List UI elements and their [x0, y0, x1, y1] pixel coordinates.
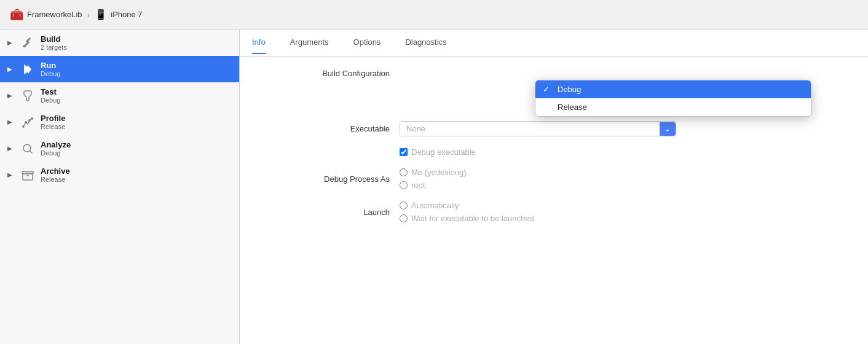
analyze-subtitle: Debug [41, 149, 71, 157]
sidebar-item-test[interactable]: ▶ Test Debug [0, 82, 239, 109]
profile-subtitle: Release [41, 123, 65, 130]
expand-arrow-test: ▶ [7, 92, 15, 99]
tab-options[interactable]: Options [353, 31, 381, 54]
analyze-icon [21, 142, 34, 155]
debug-option-label: Debug [558, 85, 581, 94]
expand-arrow-archive: ▶ [7, 171, 15, 178]
project-name: FrameworkeLib [27, 10, 82, 19]
archive-subtitle: Release [41, 176, 70, 183]
build-item-text: Build 2 targets [41, 34, 67, 51]
build-configuration-dropdown[interactable]: ✓ Debug Release [535, 80, 811, 117]
debug-executable-row: Debug executable [264, 147, 843, 157]
profile-icon [21, 115, 34, 129]
svg-point-10 [31, 117, 33, 120]
profile-item-text: Profile Release [41, 114, 65, 130]
debug-executable-label: Debug executable [411, 147, 476, 157]
build-title: Build [41, 34, 67, 44]
debug-executable-checkbox[interactable] [400, 148, 408, 156]
run-title: Run [41, 61, 60, 70]
debug-process-root-row: root [400, 181, 843, 190]
build-icon [21, 36, 34, 50]
svg-point-8 [25, 121, 27, 123]
svg-point-7 [22, 125, 25, 128]
sidebar-item-analyze[interactable]: ▶ Analyze Debug [0, 135, 239, 162]
breadcrumb-bar: 🧰 FrameworkeLib › 📱 iPhone 7 [0, 0, 868, 29]
launch-auto-label: Automatically [411, 201, 459, 210]
sidebar: ▶ Build 2 targets ▶ Run [0, 29, 240, 344]
analyze-title: Analyze [41, 140, 71, 149]
debug-process-control: Me (yedexiong) root [400, 168, 843, 190]
executable-value: None [400, 122, 660, 136]
executable-control: None ⌄ [400, 121, 843, 136]
expand-arrow-profile: ▶ [7, 119, 15, 125]
debug-process-me-row: Me (yedexiong) [400, 168, 843, 177]
archive-item-text: Archive Release [41, 166, 70, 183]
debug-process-root-radio[interactable] [400, 181, 408, 189]
tabs-bar: Info Arguments Options Diagnostics [240, 29, 868, 57]
device-icon: 📱 [95, 9, 107, 20]
launch-wait-row: Wait for executable to be launched [400, 214, 843, 223]
debug-executable-control: Debug executable [400, 147, 843, 157]
svg-rect-0 [23, 45, 26, 47]
test-item-text: Test Debug [41, 87, 60, 104]
device-name: iPhone 7 [111, 10, 142, 19]
breadcrumb-separator: › [87, 10, 90, 20]
expand-arrow-analyze: ▶ [7, 145, 15, 152]
launch-label: Launch [264, 208, 400, 217]
debug-process-radio-group: Me (yedexiong) root [400, 168, 843, 190]
executable-chevron-button[interactable]: ⌄ [660, 122, 676, 136]
sidebar-item-profile[interactable]: ▶ Profile Release [0, 109, 239, 135]
build-configuration-row: Build Configuration ✓ Debug Release [264, 69, 843, 78]
analyze-item-text: Analyze Debug [41, 140, 71, 157]
expand-arrow-run: ▶ [7, 66, 15, 72]
run-icon [21, 63, 34, 76]
main-layout: ▶ Build 2 targets ▶ Run [0, 29, 868, 344]
test-subtitle: Debug [41, 96, 60, 104]
debug-process-root-label: root [411, 181, 425, 190]
test-title: Test [41, 87, 60, 96]
archive-title: Archive [41, 166, 70, 176]
dropdown-item-debug[interactable]: ✓ Debug [535, 80, 811, 98]
debug-process-label: Debug Process As [264, 174, 400, 184]
debug-executable-checkbox-row: Debug executable [400, 147, 843, 157]
debug-process-row: Debug Process As Me (yedexiong) root [264, 168, 843, 190]
tab-arguments[interactable]: Arguments [290, 31, 329, 54]
executable-label: Executable [264, 124, 400, 133]
executable-select-wrapper: None ⌄ [400, 121, 676, 136]
debug-process-me-label: Me (yedexiong) [411, 168, 467, 177]
dropdown-item-release[interactable]: Release [535, 98, 811, 116]
launch-wait-radio[interactable] [400, 214, 408, 222]
sidebar-item-build[interactable]: ▶ Build 2 targets [0, 29, 239, 56]
settings-content: Build Configuration ✓ Debug Release [240, 57, 868, 246]
tab-diagnostics[interactable]: Diagnostics [405, 31, 446, 54]
profile-title: Profile [41, 114, 65, 123]
launch-radio-group: Automatically Wait for executable to be … [400, 201, 843, 223]
run-subtitle: Debug [41, 70, 60, 77]
build-configuration-label: Build Configuration [264, 69, 400, 78]
executable-row: Executable None ⌄ [264, 121, 843, 136]
no-checkmark [543, 103, 553, 112]
sidebar-item-archive[interactable]: ▶ Archive Release [0, 162, 239, 188]
svg-point-9 [28, 119, 31, 122]
svg-line-12 [30, 150, 33, 153]
sidebar-item-run[interactable]: ▶ Run Debug [0, 56, 239, 82]
build-subtitle: 2 targets [41, 44, 67, 51]
launch-control: Automatically Wait for executable to be … [400, 201, 843, 223]
launch-wait-label: Wait for executable to be launched [411, 214, 534, 223]
archive-icon [21, 168, 34, 182]
tab-info[interactable]: Info [252, 31, 266, 54]
launch-row: Launch Automatically Wait for executable… [264, 201, 843, 223]
svg-marker-2 [28, 64, 31, 74]
release-option-label: Release [558, 103, 587, 112]
launch-auto-row: Automatically [400, 201, 843, 210]
run-item-text: Run Debug [41, 61, 60, 77]
debug-process-me-radio[interactable] [400, 168, 408, 176]
content-area: Info Arguments Options Diagnostics Build… [240, 29, 868, 344]
svg-rect-14 [22, 171, 33, 174]
launch-auto-radio[interactable] [400, 201, 408, 209]
expand-arrow-build: ▶ [7, 39, 15, 46]
test-icon [21, 89, 34, 103]
project-icon: 🧰 [10, 8, 23, 22]
checkmark-icon: ✓ [543, 85, 553, 94]
